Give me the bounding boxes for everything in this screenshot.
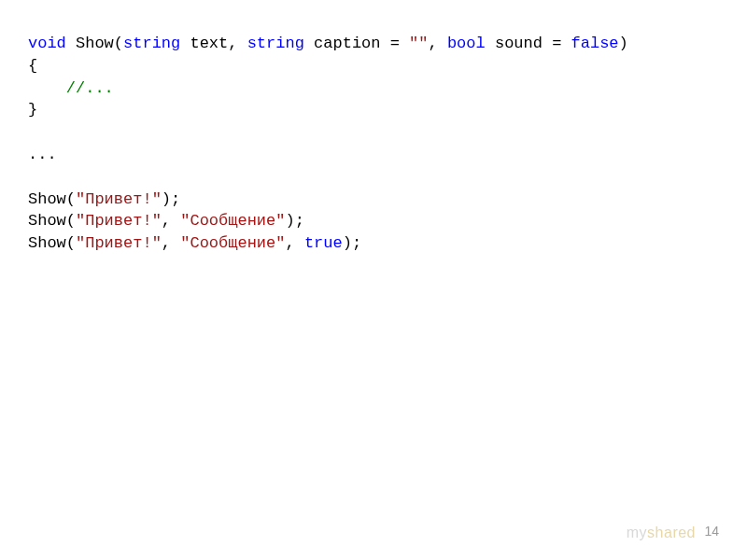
string-literal: "" — [409, 35, 428, 52]
line-9: Show("Привет!", "Сообщение"); — [28, 212, 304, 230]
keyword-string: string — [247, 35, 304, 52]
line-2: { — [28, 57, 37, 75]
string-literal: "Привет!" — [76, 234, 162, 252]
line-3: //... — [28, 79, 114, 97]
line-4: } — [28, 101, 37, 119]
page-number: 14 — [704, 523, 719, 541]
line-10: Show("Привет!", "Сообщение", true); — [28, 234, 361, 252]
keyword-bool: bool — [447, 35, 486, 52]
keyword-void: void — [28, 35, 66, 52]
watermark: myshared — [627, 523, 696, 543]
string-literal: "Привет!" — [76, 190, 162, 208]
keyword-false: false — [571, 35, 619, 52]
line-6: ... — [28, 146, 57, 163]
string-literal: "Привет!" — [76, 212, 162, 230]
line-8: Show("Привет!"); — [28, 190, 180, 208]
string-literal: "Сообщение" — [180, 234, 285, 252]
keyword-string: string — [123, 35, 180, 52]
string-literal: "Сообщение" — [180, 212, 285, 230]
line-1: void Show(string text, string caption = … — [28, 35, 628, 52]
code-block: void Show(string text, string caption = … — [0, 0, 747, 287]
keyword-true: true — [304, 234, 343, 252]
comment: //... — [66, 79, 114, 97]
